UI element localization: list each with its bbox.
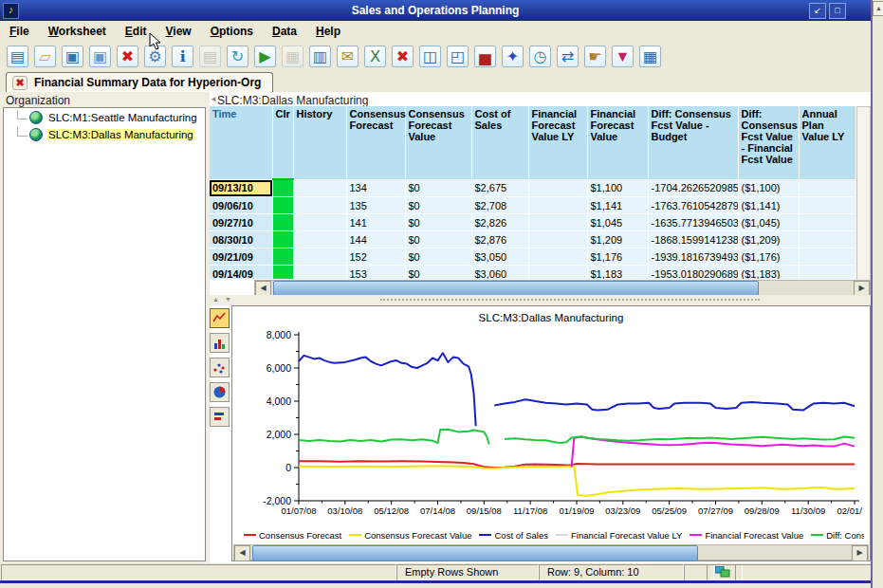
- new-report-icon[interactable]: ▤: [4, 43, 31, 70]
- restore-button[interactable]: ↙: [809, 3, 826, 19]
- grid-cell[interactable]: $0: [405, 266, 471, 280]
- grid-cell[interactable]: ($1,183): [738, 266, 799, 280]
- menu-help[interactable]: Help: [314, 23, 350, 40]
- database-icon[interactable]: ▤: [196, 43, 224, 70]
- grid-cell[interactable]: ($1,209): [738, 231, 799, 248]
- grid-cell[interactable]: [293, 179, 346, 197]
- horizontal-splitter[interactable]: ▲ ▼: [210, 295, 871, 305]
- menu-view[interactable]: View: [164, 23, 201, 40]
- grid-cell[interactable]: $1,209: [587, 231, 648, 248]
- refresh-icon[interactable]: ↻: [224, 43, 251, 70]
- clr-cell[interactable]: [272, 179, 293, 197]
- collapse-splitter-icon[interactable]: ◄: [210, 95, 217, 103]
- menu-data[interactable]: Data: [270, 23, 306, 40]
- grid-cell[interactable]: [528, 197, 587, 214]
- select-hand-icon[interactable]: ☛: [581, 43, 609, 70]
- copy-icon[interactable]: ◫: [416, 43, 444, 70]
- info-icon[interactable]: ℹ: [169, 43, 196, 70]
- column-header[interactable]: Annual Plan Value LY: [799, 106, 855, 179]
- row-header-cell[interactable]: 08/30/10: [210, 231, 272, 248]
- grid-cell[interactable]: [293, 266, 346, 280]
- grid-cell[interactable]: ($1,141): [738, 197, 799, 214]
- grid-cell[interactable]: $2,826: [471, 214, 528, 231]
- compare-icon[interactable]: ⇄: [554, 43, 581, 70]
- column-header[interactable]: Consensus Forecast Value: [405, 106, 471, 179]
- grid-cell[interactable]: 134: [346, 179, 405, 197]
- grid-cell[interactable]: $1,141: [587, 197, 648, 214]
- grid-cell[interactable]: -1763.7610542879: [648, 197, 738, 214]
- grid-cell[interactable]: $1,100: [587, 179, 648, 197]
- grid-cell[interactable]: -1953.0180290689: [648, 266, 738, 280]
- filter-icon[interactable]: ▼: [609, 43, 636, 70]
- grid-cell[interactable]: $2,876: [471, 231, 528, 248]
- grid-cell[interactable]: 144: [346, 231, 405, 248]
- menu-file[interactable]: File: [8, 23, 39, 40]
- grid-cell[interactable]: 153: [346, 266, 405, 280]
- scroll-thumb[interactable]: [252, 545, 698, 561]
- grid-cell[interactable]: [799, 266, 855, 280]
- grid-cell[interactable]: $0: [405, 214, 471, 231]
- grid-cell[interactable]: ($1,045): [738, 214, 799, 231]
- menu-worksheet[interactable]: Worksheet: [46, 23, 116, 40]
- scroll-right-icon[interactable]: ▶: [852, 545, 868, 561]
- bar-chart-button[interactable]: [210, 333, 230, 353]
- grid-cell[interactable]: [293, 197, 346, 214]
- chart-horizontal-scrollbar[interactable]: ◀ ▶: [233, 544, 869, 560]
- grid-cell[interactable]: $0: [405, 197, 471, 214]
- grid-cell[interactable]: $1,045: [587, 214, 648, 231]
- delete-sheet-icon[interactable]: ✖: [114, 43, 141, 70]
- row-header-cell[interactable]: 09/13/10: [210, 179, 272, 197]
- grid-cell[interactable]: [528, 214, 587, 231]
- line-chart-button[interactable]: [210, 308, 230, 328]
- grid-cell[interactable]: [799, 248, 855, 266]
- grid-cell[interactable]: -1939.1816739493: [648, 248, 738, 266]
- save-as-icon[interactable]: ▣: [86, 43, 114, 70]
- grid-cell[interactable]: 141: [346, 214, 405, 231]
- export-excel-icon[interactable]: X: [361, 43, 389, 70]
- window-icon[interactable]: ◰: [444, 43, 471, 70]
- clear-calc-icon[interactable]: ✖: [389, 43, 416, 70]
- clr-cell[interactable]: [272, 197, 293, 214]
- grid-cell[interactable]: ($1,176): [738, 248, 799, 266]
- close-tab-icon[interactable]: ✖: [12, 76, 28, 90]
- grid-cell[interactable]: [799, 231, 855, 248]
- grid-cell[interactable]: [799, 179, 855, 197]
- grid-cell[interactable]: [528, 231, 587, 248]
- column-header[interactable]: Diff: Consensus Fcst Value - Financial F…: [738, 106, 799, 179]
- grid-cell[interactable]: [293, 231, 346, 248]
- column-header[interactable]: Cost of Sales: [471, 106, 528, 179]
- open-icon[interactable]: ▱: [31, 43, 59, 70]
- column-header[interactable]: Diff: Consensus Fcst Value - Budget: [648, 106, 738, 179]
- grid-cell[interactable]: $3,060: [471, 266, 528, 280]
- column-header[interactable]: Consensus Forecast: [346, 106, 405, 179]
- splitter-handle[interactable]: [380, 299, 760, 301]
- column-header[interactable]: Financial Forecast Value: [587, 106, 648, 179]
- grid-cell[interactable]: [293, 214, 346, 231]
- column-header[interactable]: Time: [210, 106, 272, 179]
- run-icon[interactable]: ▶: [251, 43, 279, 70]
- grid-cell[interactable]: [293, 248, 346, 266]
- grid-cell[interactable]: $1,183: [587, 266, 648, 280]
- grid-horizontal-scrollbar[interactable]: ◀ ▶: [254, 280, 871, 296]
- clr-cell[interactable]: [272, 266, 293, 280]
- grid-cell[interactable]: ($1,100): [738, 179, 799, 197]
- splitter-down-icon[interactable]: ▼: [225, 296, 233, 303]
- grid-cell[interactable]: 152: [346, 248, 405, 266]
- row-header-cell[interactable]: 09/14/09: [210, 266, 272, 280]
- grid-cell[interactable]: $0: [405, 248, 471, 266]
- grid-vertical-scrollbar[interactable]: [856, 106, 871, 281]
- grid-cell[interactable]: -1635.7713946503: [648, 214, 738, 231]
- clr-cell[interactable]: [272, 231, 293, 248]
- grid-cell[interactable]: -1704.2626520985: [648, 179, 738, 197]
- menu-options[interactable]: Options: [209, 23, 263, 40]
- clr-cell[interactable]: [272, 248, 293, 266]
- tree-item-seattle[interactable]: SLC:M1:Seattle Manufacturing: [17, 110, 205, 125]
- pin-icon[interactable]: ✦: [499, 43, 526, 70]
- grid-cell[interactable]: $0: [405, 179, 471, 197]
- maximize-button[interactable]: □: [829, 3, 846, 19]
- column-header[interactable]: Financial Forecast Value LY: [528, 106, 587, 179]
- grid-cell[interactable]: $3,050: [471, 248, 528, 266]
- save-icon[interactable]: ▣: [59, 43, 86, 70]
- row-header-cell[interactable]: 09/27/10: [210, 214, 272, 231]
- scroll-left-icon[interactable]: ◀: [234, 545, 250, 561]
